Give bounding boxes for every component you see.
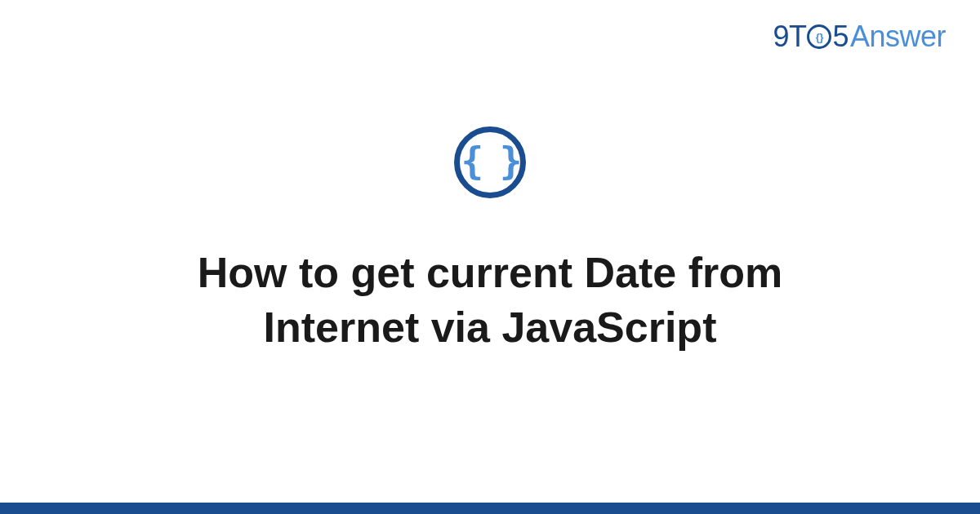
- main-content: { } How to get current Date from Interne…: [0, 0, 980, 514]
- code-braces-icon: { }: [454, 126, 526, 198]
- page-title: How to get current Date from Internet vi…: [122, 246, 858, 354]
- footer-accent-bar: [0, 503, 980, 514]
- braces-glyph: { }: [461, 142, 519, 179]
